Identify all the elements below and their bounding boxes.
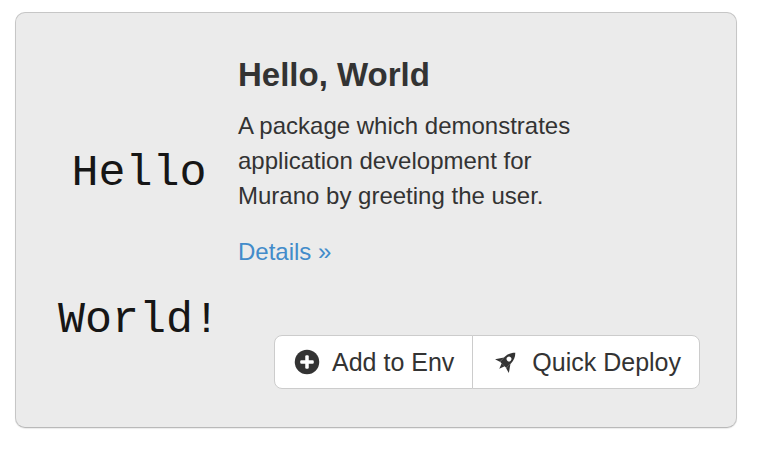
package-card: Hello World! Hello, World A package whic… — [15, 12, 737, 428]
rocket-icon — [491, 347, 521, 377]
logo-line-2: World! — [32, 296, 246, 345]
package-description: A package which demonstrates application… — [238, 108, 602, 213]
card-actions: Add to Env Quick Deploy — [274, 335, 700, 389]
package-title: Hello, World — [238, 55, 602, 95]
quick-deploy-label: Quick Deploy — [532, 350, 681, 375]
add-to-env-button[interactable]: Add to Env — [274, 335, 473, 389]
logo-line-1: Hello — [32, 149, 246, 198]
quick-deploy-button[interactable]: Quick Deploy — [472, 335, 700, 389]
package-info: Hello, World A package which demonstrate… — [238, 55, 602, 266]
plus-circle-icon — [293, 348, 321, 376]
add-to-env-label: Add to Env — [332, 350, 454, 375]
package-logo: Hello World! — [32, 51, 246, 443]
details-link[interactable]: Details » — [238, 238, 331, 266]
